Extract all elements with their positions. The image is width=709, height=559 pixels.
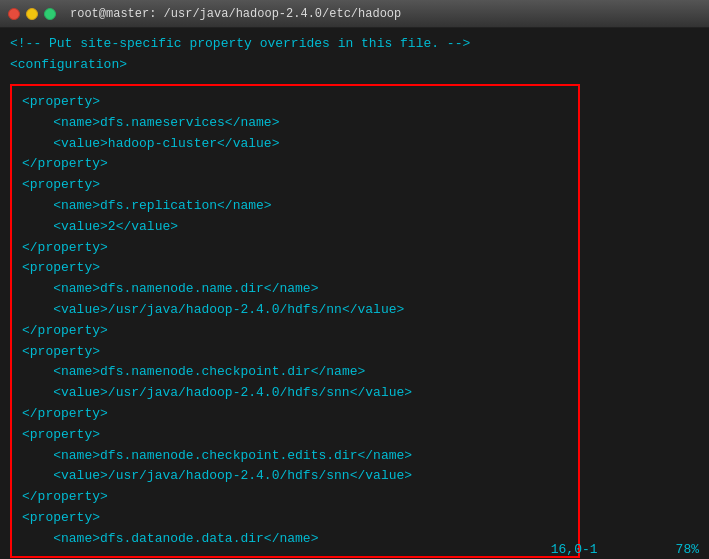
comment-line: <!-- Put site-specific property override…	[10, 36, 699, 51]
cursor-position: 16,0-1	[551, 542, 598, 557]
property-3-open: <property>	[22, 258, 568, 279]
dot-green[interactable]	[44, 8, 56, 20]
property-4-open: <property>	[22, 342, 568, 363]
property-5-open: <property>	[22, 425, 568, 446]
property-2-open: <property>	[22, 175, 568, 196]
property-3-name: <name>dfs.namenode.name.dir</name>	[22, 279, 568, 300]
property-5-close: </property>	[22, 487, 568, 508]
property-6-name: <name>dfs.datanode.data.dir</name>	[22, 529, 568, 550]
property-3-value: <value>/usr/java/hadoop-2.4.0/hdfs/nn</v…	[22, 300, 568, 321]
property-2-name: <name>dfs.replication</name>	[22, 196, 568, 217]
property-1-close: </property>	[22, 154, 568, 175]
property-4-close: </property>	[22, 404, 568, 425]
property-1-open: <property>	[22, 92, 568, 113]
scroll-percent: 78%	[676, 542, 699, 557]
property-6-open: <property>	[22, 508, 568, 529]
property-1-value: <value>hadoop-cluster</value>	[22, 134, 568, 155]
config-open-tag: <configuration>	[10, 57, 699, 72]
property-2-close: </property>	[22, 238, 568, 259]
property-2-value: <value>2</value>	[22, 217, 568, 238]
selection-box: <property> <name>dfs.nameservices</name>…	[10, 84, 580, 558]
window-title: root@master: /usr/java/hadoop-2.4.0/etc/…	[70, 7, 401, 21]
property-4-name: <name>dfs.namenode.checkpoint.dir</name>	[22, 362, 568, 383]
property-5-value: <value>/usr/java/hadoop-2.4.0/hdfs/snn</…	[22, 466, 568, 487]
status-bar: 16,0-1 78%	[551, 542, 699, 557]
property-3-close: </property>	[22, 321, 568, 342]
property-1-name: <name>dfs.nameservices</name>	[22, 113, 568, 134]
dot-yellow[interactable]	[26, 8, 38, 20]
property-4-value: <value>/usr/java/hadoop-2.4.0/hdfs/snn</…	[22, 383, 568, 404]
title-bar: root@master: /usr/java/hadoop-2.4.0/etc/…	[0, 0, 709, 28]
property-5-name: <name>dfs.namenode.checkpoint.edits.dir<…	[22, 446, 568, 467]
terminal-body: <!-- Put site-specific property override…	[0, 28, 709, 559]
dot-red[interactable]	[8, 8, 20, 20]
